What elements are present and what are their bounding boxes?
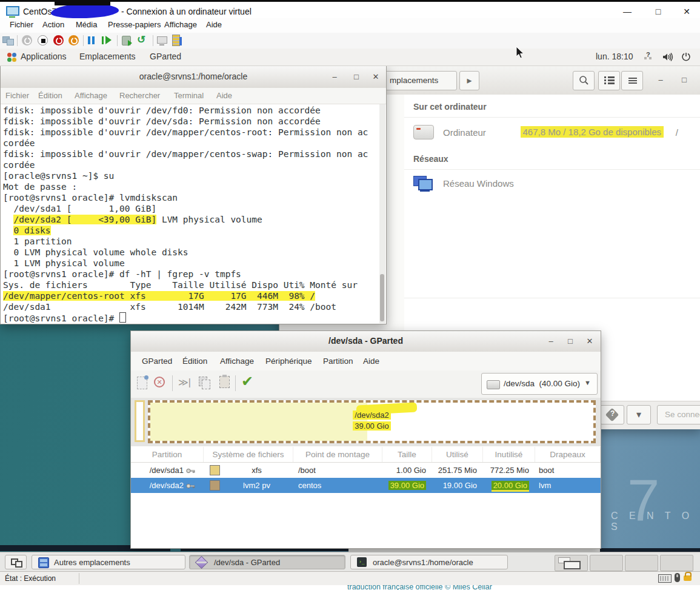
resume-play-icon[interactable]: [105, 36, 112, 44]
table-body: /dev/sda1xfs/boot1.00 Gio251.75 Mio772.2…: [131, 463, 601, 493]
apply-operations-icon[interactable]: ✔: [241, 373, 253, 390]
taskbar-item-gparted[interactable]: /dev/sda - GParted: [189, 555, 345, 569]
resume-bar-icon[interactable]: [102, 36, 104, 44]
table-row[interactable]: /dev/sda2lvm2 pvcentos39.00 Gio19.00 Gio…: [131, 478, 601, 493]
list-view-icon: [604, 76, 606, 78]
revert-icon[interactable]: ↺: [137, 33, 145, 46]
pause-icon[interactable]: [88, 36, 90, 44]
gp-menu-edition[interactable]: Édition: [182, 357, 207, 366]
computer-row[interactable]: Ordinateur 467,8 Mo / 18,2 Go de disponi…: [404, 118, 700, 148]
term-menu-edition[interactable]: Édition: [38, 91, 62, 100]
window-switcher-button[interactable]: [5, 555, 27, 569]
redaction-bar: [55, 2, 110, 5]
network-row[interactable]: Réseau Windows: [404, 170, 700, 200]
workspace-2[interactable]: [590, 555, 623, 571]
vm-connect-window: CentOs7 sur - Connexion à un ordinateur …: [0, 0, 700, 590]
stop-icon[interactable]: [38, 35, 48, 45]
term-menu-affichage[interactable]: Affichage: [75, 91, 107, 100]
menu-media[interactable]: Média: [76, 20, 97, 29]
terminal-output[interactable]: fdisk: impossible d'ouvrir /dev/fd0: Per…: [3, 105, 378, 323]
terminal-maximize-button[interactable]: □: [350, 72, 363, 82]
gp-menu-peripherique[interactable]: Périphérique: [265, 357, 312, 366]
files-minimize-button[interactable]: –: [654, 75, 667, 85]
partition-visual-label: /dev/sda2 39.00 Gio: [150, 410, 593, 432]
ctrl-alt-del-icon2[interactable]: [7, 39, 14, 45]
gp-menu-affichage[interactable]: Affichage: [220, 357, 254, 366]
volume-icon[interactable]: [662, 53, 673, 61]
term-menu-terminal[interactable]: Terminal: [174, 91, 204, 100]
menu-fichier[interactable]: Fichier: [10, 20, 33, 29]
gp-menu-partition[interactable]: Partition: [323, 357, 353, 366]
col-filesystem[interactable]: Système de fichiers: [204, 447, 293, 462]
turn-off-icon[interactable]: [53, 35, 64, 45]
col-mountpoint[interactable]: Point de montage: [293, 447, 382, 462]
taskbar-item-terminal[interactable]: ›_ oracle@srvns1:/home/oracle: [350, 555, 508, 569]
windows-network-icon: [413, 176, 427, 186]
col-unused[interactable]: Inutilisé: [483, 447, 535, 462]
server-help-button[interactable]: ?: [600, 405, 624, 424]
gp-menu-gparted[interactable]: GParted: [142, 357, 172, 366]
workspace-1[interactable]: [555, 555, 588, 571]
gparted-minimize-button[interactable]: –: [544, 336, 558, 347]
connect-button[interactable]: Se connect: [657, 405, 700, 424]
term-menu-aide[interactable]: Aide: [216, 91, 232, 100]
partition-table: Partition Système de fichiers Point de m…: [131, 447, 601, 548]
table-row[interactable]: /dev/sda1xfs/boot1.00 Gio251.75 Mio772.2…: [131, 463, 601, 478]
basic-session-icon[interactable]: [157, 36, 167, 44]
col-size[interactable]: Taille: [382, 447, 432, 462]
terminal-titlebar[interactable]: oracle@srvns1:/home/oracle – □ ✕: [1, 66, 386, 89]
gp-menu-aide[interactable]: Aide: [363, 357, 379, 366]
files-menu-button[interactable]: [621, 71, 643, 90]
menu-action[interactable]: Action: [42, 20, 64, 29]
terminal-close-button[interactable]: ✕: [369, 72, 382, 82]
topbar-applications[interactable]: Applications: [21, 52, 67, 61]
gparted-maximize-button[interactable]: □: [564, 336, 577, 347]
table-header: Partition Système de fichiers Point de m…: [131, 447, 601, 463]
topbar-emplacements[interactable]: Emplacements: [79, 52, 136, 61]
copy-icon-disabled: [199, 377, 207, 386]
workspace-3[interactable]: [625, 555, 658, 571]
menu-affichage[interactable]: Affichage: [164, 20, 197, 29]
gparted-toolbar: ✕ ≫| ✔ /dev/sda (40.00 Gio) ▼: [131, 370, 601, 398]
partition-visual-sda1[interactable]: [135, 400, 145, 442]
device-selector[interactable]: /dev/sda (40.00 Gio) ▼: [481, 373, 598, 395]
windows-icon2: [15, 561, 22, 568]
checkpoint-icon[interactable]: [122, 36, 131, 45]
partition-visual-sda2[interactable]: /dev/sda2 39.00 Gio: [148, 400, 596, 443]
menu-presse-papiers[interactable]: Presse-papiers: [108, 20, 161, 29]
list-view-icon-lines: [608, 76, 615, 78]
vm-maximize-button[interactable]: □: [650, 5, 666, 18]
vm-close-button[interactable]: ✕: [679, 5, 695, 18]
files-view-button[interactable]: [598, 71, 620, 90]
power-icon[interactable]: [681, 52, 691, 62]
col-partition[interactable]: Partition: [131, 447, 204, 462]
network-status-icon[interactable]: ?: [644, 53, 652, 59]
files-forward-button[interactable]: ▸: [459, 71, 479, 90]
topbar-gparted[interactable]: GParted: [150, 52, 181, 61]
gparted-titlebar[interactable]: /dev/sda - GParted – □ ✕: [131, 331, 601, 352]
shutdown-icon[interactable]: [68, 35, 79, 45]
files-maximize-button[interactable]: □: [678, 75, 691, 85]
files-search-button[interactable]: [573, 71, 595, 90]
recent-servers-dropdown[interactable]: ▾: [627, 405, 651, 424]
term-menu-fichier[interactable]: Fichier: [5, 91, 29, 100]
taskbar-item-files[interactable]: Autres emplacements: [32, 555, 185, 569]
terminal-scrollbar[interactable]: [379, 104, 385, 323]
computer-label: Ordinateur: [443, 127, 486, 138]
status-separator: [79, 573, 79, 584]
gparted-close-button[interactable]: ✕: [583, 336, 596, 347]
key-icon: [186, 468, 195, 474]
enhanced-session-icon[interactable]: [172, 35, 180, 46]
workspace-4[interactable]: [660, 555, 693, 571]
col-flags[interactable]: Drapeaux: [535, 447, 601, 462]
vm-minimize-button[interactable]: —: [619, 5, 635, 18]
scrollbar-thumb[interactable]: [380, 274, 384, 321]
clock[interactable]: lun. 18:10: [596, 52, 633, 61]
term-menu-rechercher[interactable]: Rechercher: [119, 91, 160, 100]
terminal-minimize-button[interactable]: –: [328, 72, 341, 82]
centos-watermark-text: C E N T O S: [611, 511, 700, 532]
menu-aide[interactable]: Aide: [206, 20, 222, 29]
col-used[interactable]: Utilisé: [432, 447, 483, 462]
terminal-line: 1 partition: [3, 236, 378, 247]
terminal-line: /dev/sda2 [ <39,00 GiB] LVM physical vol…: [3, 214, 378, 225]
